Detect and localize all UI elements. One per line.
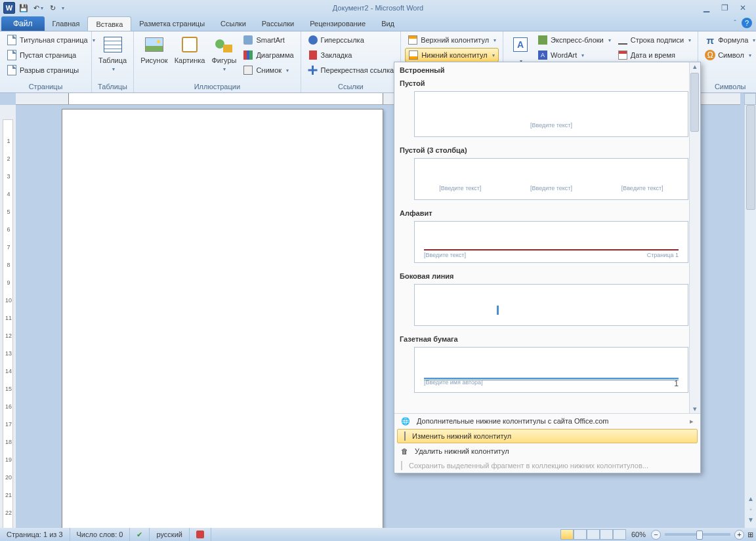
group-illustrations: Рисунок Картинка Фигуры▾ SmartArt Диагра… [134, 31, 301, 92]
gallery-footer: 🌐 Дополнительные нижние колонтитулы с са… [394, 413, 700, 473]
help-icon[interactable]: ? [742, 18, 752, 28]
view-buttons [560, 529, 626, 540]
browse-object-icon[interactable]: ◦ [745, 506, 756, 516]
shapes-button[interactable]: Фигуры▾ [209, 33, 239, 82]
window-title: Документ2 - Microsoft Word [0, 4, 756, 12]
zoom-level[interactable]: 60% [626, 531, 651, 538]
gallery-section-builtin: Встроенный [394, 62, 700, 75]
view-full-screen[interactable] [574, 529, 587, 540]
smartart-button[interactable]: SmartArt [240, 33, 296, 47]
window-controls: ▁ ❐ ✕ [694, 0, 755, 16]
gallery-item-alpha[interactable]: [Введите текст]Страница 1 [414, 221, 688, 263]
save-selection-icon [401, 462, 402, 470]
status-page[interactable]: Страница: 1 из 3 [0, 528, 70, 541]
status-language[interactable]: русский [150, 528, 189, 541]
gallery-edit-footer[interactable]: Изменить нижний колонтитул [397, 429, 698, 443]
gallery-item-label-news: Газетная бумага [394, 331, 700, 344]
datetime-button[interactable]: Дата и время [615, 48, 694, 62]
hyperlink-button[interactable]: Гиперссылка [305, 33, 397, 47]
group-tables: Таблица▾ Таблицы [92, 31, 134, 92]
footer-gallery: ▴▾ Встроенный Пустой [Введите текст] Пус… [394, 62, 701, 473]
minimize-icon[interactable]: ▁ [700, 3, 713, 12]
crossref-button[interactable]: Перекрестная ссылка [305, 63, 397, 77]
ribbon-tabs: Файл Главная Вставка Разметка страницы С… [0, 16, 756, 31]
quickparts-button[interactable]: Экспресс-блоки [535, 33, 614, 47]
view-outline[interactable] [600, 529, 613, 540]
record-macro-icon [196, 531, 204, 538]
tab-file[interactable]: Файл [1, 16, 45, 31]
gallery-more-office[interactable]: 🌐 Дополнительные нижние колонтитулы с са… [394, 414, 700, 428]
gallery-scrollbar-thumb[interactable] [690, 73, 699, 132]
group-tables-label: Таблицы [96, 82, 129, 92]
symbol-button[interactable]: ΩСимвол [702, 48, 756, 62]
next-page-icon[interactable]: ▼ [745, 516, 756, 527]
gallery-item-empty3[interactable]: [Введите текст][Введите текст][Введите т… [414, 158, 688, 200]
tab-layout[interactable]: Разметка страницы [131, 16, 213, 31]
tab-insert[interactable]: Вставка [87, 16, 131, 31]
clipart-button[interactable]: Картинка [172, 33, 208, 82]
prev-page-icon[interactable]: ▲ [745, 495, 756, 506]
vertical-ruler[interactable]: 1234567891011121314151617181920212223242… [0, 105, 16, 528]
table-button[interactable]: Таблица▾ [96, 33, 129, 82]
tab-mailings[interactable]: Рассылки [254, 16, 302, 31]
zoom-slider[interactable] [665, 533, 730, 536]
remove-footer-icon: 🗑 [401, 447, 408, 455]
cover-page-button[interactable]: Титульная страница [4, 33, 98, 47]
zoom-in-button[interactable]: + [734, 530, 744, 540]
tab-review[interactable]: Рецензирование [302, 16, 373, 31]
group-symbols: πФормула ΩСимвол Символы [698, 31, 756, 92]
view-print-layout[interactable] [560, 529, 574, 540]
zoom-fit-icon[interactable]: ⊞ [744, 531, 756, 539]
status-words[interactable]: Число слов: 0 [70, 528, 131, 541]
wordart-button[interactable]: AWordArt [535, 48, 614, 62]
group-sym-label: Символы [702, 82, 756, 92]
title-bar: W 💾 ↶▾ ↻ ▾ Документ2 - Microsoft Word ▁ … [0, 0, 756, 16]
status-bar: Страница: 1 из 3 Число слов: 0 ✔ русский… [0, 528, 756, 541]
view-web[interactable] [587, 529, 600, 540]
gallery-item-label-side: Боковая линия [394, 268, 700, 281]
gallery-remove-footer[interactable]: 🗑 Удалить нижний колонтитул [394, 444, 700, 458]
close-icon[interactable]: ✕ [736, 3, 749, 12]
footer-button[interactable]: Нижний колонтитул [405, 48, 499, 62]
picture-button[interactable]: Рисунок [138, 33, 171, 82]
tab-view[interactable]: Вид [373, 16, 402, 31]
view-draft[interactable] [613, 529, 626, 540]
gallery-save-selection: Сохранить выделенный фрагмент в коллекци… [394, 458, 700, 473]
group-links: Гиперссылка Закладка Перекрестная ссылка… [301, 31, 402, 92]
restore-icon[interactable]: ❐ [718, 3, 731, 12]
group-illus-label: Иллюстрации [138, 82, 296, 92]
scrollbar-thumb[interactable] [746, 105, 755, 210]
gallery-item-label-alpha: Алфавит [394, 205, 700, 218]
gallery-item-side[interactable] [414, 284, 688, 326]
equation-button[interactable]: πФормула [702, 33, 756, 47]
zoom-out-button[interactable]: − [651, 530, 661, 540]
blank-page-button[interactable]: Пустая страница [4, 48, 98, 62]
gallery-scrollbar[interactable]: ▴▾ [689, 62, 700, 413]
bookmark-button[interactable]: Закладка [305, 48, 397, 62]
tab-references[interactable]: Ссылки [213, 16, 254, 31]
edit-footer-icon [404, 432, 406, 440]
office-icon: 🌐 [401, 417, 410, 426]
status-proof[interactable]: ✔ [130, 528, 150, 541]
page-break-button[interactable]: Разрыв страницы [4, 63, 98, 77]
gallery-item-label-empty3: Пустой (3 столбца) [394, 142, 700, 155]
group-pages-label: Страницы [4, 82, 87, 92]
gallery-item-empty[interactable]: [Введите текст] [414, 91, 688, 137]
gallery-item-news[interactable]: [Введите имя автора]1 [414, 347, 688, 393]
group-links-label: Ссылки [305, 82, 397, 92]
minimize-ribbon-icon[interactable]: ˆ [734, 19, 736, 27]
tab-home[interactable]: Главная [45, 16, 88, 31]
proof-icon: ✔ [136, 531, 142, 539]
chart-button[interactable]: Диаграмма [240, 48, 296, 62]
status-macro[interactable] [190, 528, 211, 541]
gallery-item-label-empty: Пустой [394, 75, 700, 89]
signature-button[interactable]: Строка подписи [615, 33, 694, 47]
vertical-scrollbar[interactable]: ▲ ◦ ▼ [744, 93, 756, 528]
ruler-toggle[interactable] [744, 93, 756, 105]
page-1[interactable] [62, 109, 383, 528]
screenshot-button[interactable]: Снимок [240, 63, 296, 77]
group-pages: Титульная страница Пустая страница Разры… [0, 31, 92, 92]
header-button[interactable]: Верхний колонтитул [405, 33, 499, 47]
